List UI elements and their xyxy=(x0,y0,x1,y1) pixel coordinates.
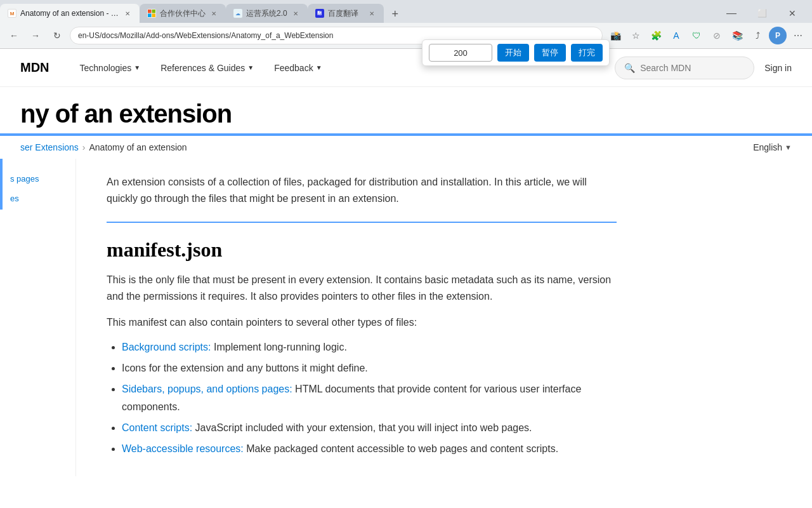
content-scripts-text: JavaScript included with your extension,… xyxy=(195,422,532,433)
breadcrumb: ser Extensions › Anatomy of an extension xyxy=(20,142,187,152)
list-item-web-accessible: Web-accessible resources: Make packaged … xyxy=(122,440,617,457)
icons-text: Icons for the extension and any buttons … xyxy=(122,363,368,373)
tab-label-yunying: 运营系统2.0 xyxy=(246,8,287,19)
list-item-sidebars: Sidebars, popups, and options pages: HTM… xyxy=(122,380,617,415)
intro-text: An extension consists of a collection of… xyxy=(107,174,617,206)
extensions-icon[interactable]: 🧩 xyxy=(647,27,665,44)
background-scripts-text: Implement long-running logic. xyxy=(214,342,347,352)
list-item-background: Background scripts: Implement long-runni… xyxy=(122,338,617,356)
page-title: ny of an extension xyxy=(20,100,812,128)
nav-references[interactable]: References & Guides ▼ xyxy=(150,49,264,87)
mdn-main: s pages es An extension consists of a co… xyxy=(0,159,812,476)
breadcrumb-bar: ser Extensions › Anatomy of an extension… xyxy=(0,136,812,159)
translation-count-input[interactable] xyxy=(429,44,492,62)
language-selector[interactable]: English ▼ xyxy=(753,142,792,152)
references-arrow-icon: ▼ xyxy=(247,64,254,71)
manifest-subtext: This manifest can also contain pointers … xyxy=(107,314,617,331)
tab-close-anatomy[interactable]: ✕ xyxy=(123,9,132,18)
technologies-arrow-icon: ▼ xyxy=(134,64,140,71)
shield-icon[interactable]: 🛡 xyxy=(688,27,705,44)
sidebar-progress-indicator xyxy=(0,159,3,210)
manifest-description: This is the only file that must be prese… xyxy=(107,272,617,304)
content-divider xyxy=(107,222,617,223)
translation-close-button[interactable]: 打完 xyxy=(571,44,603,62)
web-accessible-text: Make packaged content accessible to web … xyxy=(246,443,558,454)
tab-close-yunying[interactable]: ✕ xyxy=(291,9,300,18)
toolbar-icons: 📸 ☆ 🧩 A 🛡 ⊘ 📚 ⤴ P ⋯ xyxy=(606,27,807,44)
address-text: en-US/docs/Mozilla/Add-ons/WebExtensions… xyxy=(78,31,333,40)
profile-avatar[interactable]: P xyxy=(769,27,787,44)
tab-label-anatomy: Anatomy of an extension - Moz... xyxy=(20,9,119,18)
mdn-page: MDN Technologies ▼ References & Guides ▼… xyxy=(0,49,812,508)
tab-partner[interactable]: 合作伙伴中心 ✕ xyxy=(140,4,226,23)
list-item-icons: Icons for the extension and any buttons … xyxy=(122,359,617,377)
svg-rect-2 xyxy=(148,14,152,18)
translate-icon[interactable]: A xyxy=(667,27,685,44)
sidebars-link[interactable]: Sidebars, popups, and options pages: xyxy=(122,384,292,394)
favorites-icon[interactable]: ☆ xyxy=(627,27,645,44)
breadcrumb-parent-link[interactable]: ser Extensions xyxy=(20,142,79,152)
tab-close-baidu[interactable]: ✕ xyxy=(367,9,376,18)
mdn-logo[interactable]: MDN xyxy=(20,60,49,75)
breadcrumb-separator: › xyxy=(82,142,86,152)
language-arrow-icon: ▼ xyxy=(785,144,792,151)
maximize-button[interactable]: ⬜ xyxy=(747,4,776,23)
svg-rect-1 xyxy=(152,10,156,13)
tab-favicon-yunying: ☁ xyxy=(233,9,242,18)
translation-pause-button[interactable]: 暂停 xyxy=(534,44,566,62)
minimize-button[interactable]: — xyxy=(717,4,746,23)
tab-favicon-baidu: 翻 xyxy=(315,9,324,18)
breadcrumb-current: Anatomy of an extension xyxy=(89,142,187,152)
floating-toolbar: 开始 暂停 打完 xyxy=(422,39,610,66)
svg-rect-3 xyxy=(152,14,156,18)
translation-start-button[interactable]: 开始 xyxy=(497,44,529,62)
address-bar-row: ← → ↻ en-US/docs/Mozilla/Add-ons/WebExte… xyxy=(0,23,812,48)
tab-anatomy[interactable]: M Anatomy of an extension - Moz... ✕ xyxy=(0,4,140,23)
share-icon[interactable]: ⤴ xyxy=(749,27,766,44)
sign-in-button[interactable]: Sign in xyxy=(764,63,792,73)
web-accessible-link[interactable]: Web-accessible resources: xyxy=(122,443,244,454)
manifest-list: Background scripts: Implement long-runni… xyxy=(107,338,617,457)
search-input[interactable] xyxy=(640,63,745,73)
tab-bar: M Anatomy of an extension - Moz... ✕ 合作伙… xyxy=(0,0,812,23)
sidebar-item-pages[interactable]: s pages xyxy=(0,169,75,189)
back-button[interactable]: ← xyxy=(5,27,23,44)
nav-feedback[interactable]: Feedback ▼ xyxy=(264,49,332,87)
tab-label-partner: 合作伙伴中心 xyxy=(160,8,206,19)
new-tab-button[interactable]: + xyxy=(386,5,404,23)
manifest-section-title: manifest.json xyxy=(107,238,617,262)
feedback-arrow-icon: ▼ xyxy=(316,64,322,71)
list-item-content-scripts: Content scripts: JavaScript included wit… xyxy=(122,419,617,436)
tab-favicon-microsoft xyxy=(147,9,156,18)
collections-icon[interactable]: 📚 xyxy=(728,27,746,44)
mdn-search-box[interactable]: 🔍 xyxy=(615,57,754,79)
language-label: English xyxy=(753,142,782,152)
forward-button[interactable]: → xyxy=(27,27,44,44)
tab-yunying[interactable]: ☁ 运营系统2.0 ✕ xyxy=(226,4,308,23)
mdn-hero: ny of an extension xyxy=(0,87,812,136)
refresh-button[interactable]: ↻ xyxy=(48,27,66,44)
close-button[interactable]: ✕ xyxy=(778,4,807,23)
browser-chrome: M Anatomy of an extension - Moz... ✕ 合作伙… xyxy=(0,0,812,49)
search-icon: 🔍 xyxy=(624,63,635,73)
more-menu-icon[interactable]: ⋯ xyxy=(789,27,807,44)
tab-label-baidu: 百度翻译 xyxy=(328,8,363,19)
nav-technologies[interactable]: Technologies ▼ xyxy=(70,49,151,87)
tab-close-partner[interactable]: ✕ xyxy=(209,9,218,18)
mdn-header: MDN Technologies ▼ References & Guides ▼… xyxy=(0,49,812,87)
sidebar-item-extras[interactable]: es xyxy=(0,189,75,208)
mdn-article-content: An extension consists of a collection of… xyxy=(76,159,647,476)
svg-rect-0 xyxy=(148,10,152,13)
tab-baidu[interactable]: 翻 百度翻译 ✕ xyxy=(308,4,384,23)
content-scripts-link[interactable]: Content scripts: xyxy=(122,422,192,433)
background-scripts-link[interactable]: Background scripts: xyxy=(122,342,211,352)
mdn-sidebar: s pages es xyxy=(0,159,76,476)
tab-favicon-mdn: M xyxy=(8,9,16,18)
disabled-icon[interactable]: ⊘ xyxy=(708,27,726,44)
